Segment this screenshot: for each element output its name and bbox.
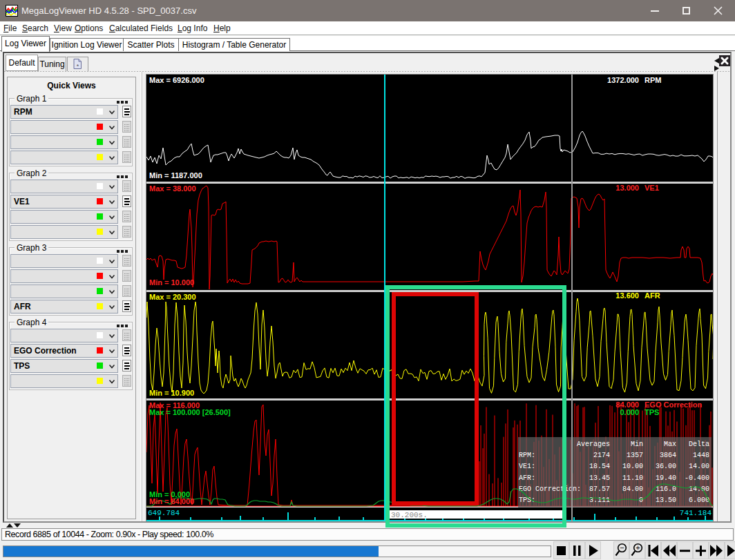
svg-text:+: + [636, 543, 640, 552]
svg-text:−: − [620, 543, 624, 552]
svg-text:*: * [77, 63, 79, 69]
